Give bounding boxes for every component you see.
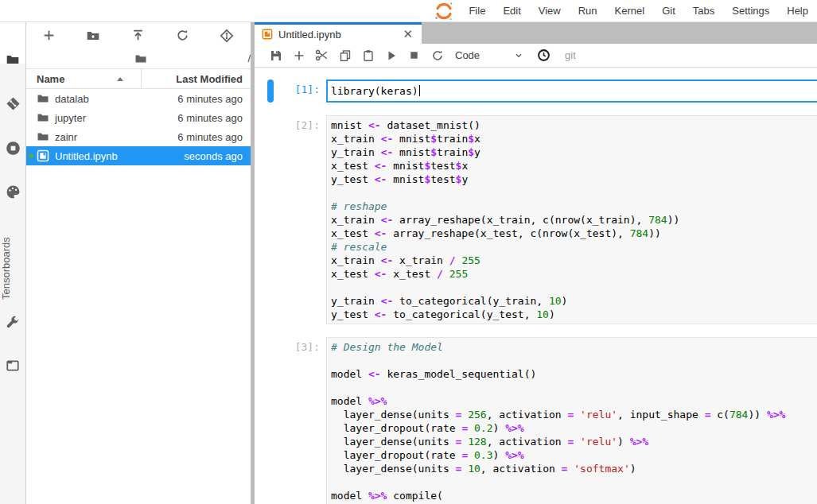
input-prompt: [2]:: [274, 115, 326, 324]
code-editor[interactable]: # Design the Modelmodel <- keras_model_s…: [326, 337, 817, 504]
restart-kernel-button[interactable]: [426, 46, 449, 65]
file-row-jupyter[interactable]: jupyter 6 minutes ago: [26, 108, 251, 127]
git-icon[interactable]: [0, 96, 25, 111]
file-row-zainr[interactable]: zainr 6 minutes ago: [26, 127, 251, 146]
file-browser-toolbar: [26, 22, 251, 48]
input-prompt: [1]:: [274, 79, 326, 103]
code-cell-3: [3]: # Design the Modelmodel <- keras_mo…: [255, 337, 817, 504]
open-tabs-icon[interactable]: [0, 359, 25, 373]
close-icon[interactable]: ✕: [400, 27, 415, 41]
save-button[interactable]: [264, 46, 287, 65]
file-browser-panel: / Name Last Modified datalab 6 minutes a…: [26, 22, 251, 504]
cell-collapser[interactable]: [267, 115, 274, 324]
code-cell-2: [2]: mnist <- dataset_mnist()x_train <- …: [255, 115, 817, 324]
refresh-button[interactable]: [160, 22, 204, 48]
run-button[interactable]: [379, 46, 403, 65]
menu-git[interactable]: Git: [653, 0, 684, 21]
code-editor[interactable]: library(keras): [326, 79, 817, 103]
chevron-down-icon: [513, 50, 524, 61]
folder-icon: [37, 92, 49, 105]
menu-tabs[interactable]: Tabs: [684, 0, 723, 21]
notebook-panel: Untitled.ipynb ✕: [255, 22, 817, 504]
cell-type-value: Code: [455, 49, 480, 61]
menu-help[interactable]: Help: [778, 0, 817, 21]
file-list: datalab 6 minutes ago jupyter 6 minutes …: [26, 89, 251, 504]
upload-button[interactable]: [115, 22, 160, 48]
code-editor[interactable]: mnist <- dataset_mnist()x_train <- mnist…: [326, 115, 817, 324]
sort-ascending-icon: [117, 77, 123, 81]
paste-cells-button[interactable]: [356, 46, 379, 65]
column-header-last-modified[interactable]: Last Modified: [142, 73, 251, 85]
menubar: File Edit View Run Kernel Git Tabs Setti…: [0, 0, 817, 22]
notebook-icon: [37, 149, 49, 162]
jupyter-logo: [434, 1, 454, 21]
notebook-icon: [262, 29, 273, 40]
tab-title: Untitled.ipynb: [278, 29, 395, 41]
menu-kernel[interactable]: Kernel: [606, 0, 654, 21]
stop-button[interactable]: [403, 46, 426, 65]
menu-edit[interactable]: Edit: [494, 0, 529, 21]
file-browser-icon[interactable]: [0, 52, 25, 67]
new-launcher-button[interactable]: [26, 22, 71, 48]
code-cell-1: [1]: library(keras): [255, 79, 817, 103]
tab-bar: Untitled.ipynb ✕: [255, 22, 817, 44]
tab-untitled-ipynb[interactable]: Untitled.ipynb ✕: [255, 22, 422, 44]
cell-type-dropdown[interactable]: Code: [455, 49, 532, 61]
sidebar-tensorboards-tab[interactable]: Tensorboards: [0, 225, 26, 312]
property-inspector-icon[interactable]: [0, 316, 25, 330]
copy-cells-button[interactable]: [333, 46, 356, 65]
git-init-button[interactable]: [204, 22, 249, 48]
activity-sidebar: Tensorboards: [0, 22, 26, 504]
menu-run[interactable]: Run: [570, 0, 606, 21]
running-kernel-dot: [29, 153, 33, 158]
cut-cells-button[interactable]: [310, 46, 333, 65]
command-palette-icon[interactable]: [0, 184, 25, 200]
file-row-datalab[interactable]: datalab 6 minutes ago: [26, 89, 251, 108]
menu-view[interactable]: View: [530, 0, 570, 21]
execution-time-clock-icon[interactable]: [532, 46, 555, 65]
input-prompt: [3]:: [274, 337, 326, 504]
folder-icon: [37, 130, 49, 143]
menu-file[interactable]: File: [460, 0, 494, 21]
breadcrumb[interactable]: /: [26, 48, 251, 68]
menu-settings[interactable]: Settings: [723, 0, 778, 21]
running-sessions-icon[interactable]: [0, 141, 25, 156]
file-list-header: Name Last Modified: [26, 68, 251, 89]
home-folder-icon: [134, 52, 147, 65]
folder-icon: [37, 111, 49, 124]
new-folder-button[interactable]: [71, 22, 115, 48]
column-header-name[interactable]: Name: [26, 69, 142, 88]
notebook-content: [1]: library(keras) [2]: mnist <- datase…: [255, 68, 817, 504]
file-row-untitled-ipynb[interactable]: Untitled.ipynb seconds ago: [26, 146, 251, 165]
cell-collapser[interactable]: [267, 337, 274, 504]
cell-collapser[interactable]: [267, 79, 274, 103]
git-toolbar-label[interactable]: git: [565, 49, 576, 61]
add-cell-button[interactable]: [287, 46, 310, 65]
notebook-toolbar: Code git: [255, 44, 817, 68]
